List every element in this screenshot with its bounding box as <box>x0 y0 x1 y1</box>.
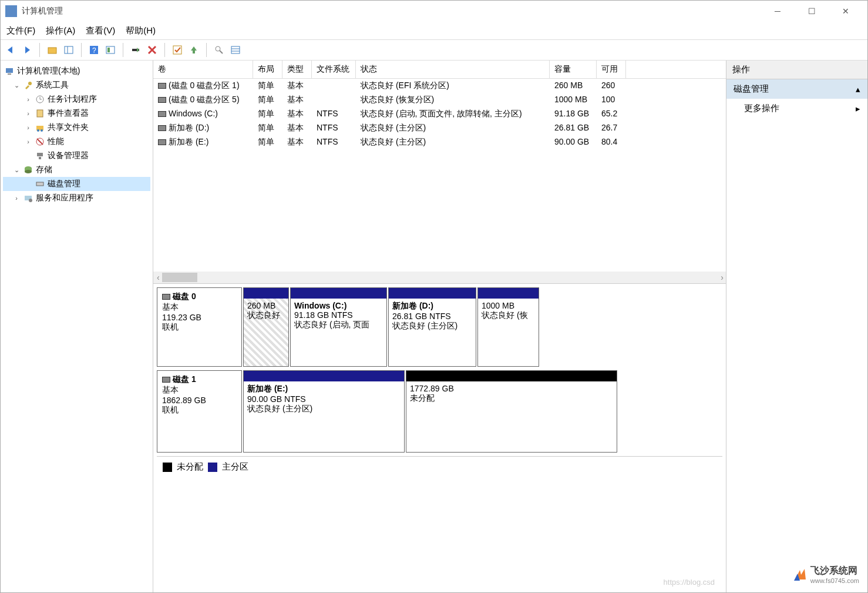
tree-root[interactable]: 计算机管理(本地) <box>3 64 150 78</box>
caret-right-icon[interactable]: › <box>12 195 21 202</box>
actions-more-label: 更多操作 <box>744 103 779 114</box>
table-row[interactable]: (磁盘 0 磁盘分区 1)简单基本状态良好 (EFI 系统分区)260 MB26… <box>153 79 726 93</box>
header-type[interactable]: 类型 <box>282 61 312 78</box>
svg-point-34 <box>29 199 32 202</box>
search-icon[interactable] <box>213 43 226 56</box>
tree-perf-label: 性能 <box>48 136 64 147</box>
actions-more[interactable]: 更多操作 ▸ <box>726 99 867 118</box>
window-controls: ─ ☐ ✕ <box>761 1 863 22</box>
tree-panel: 计算机管理(本地) ⌄ 系统工具 › 任务计划程序 › 事件查看器 › 共享文件… <box>1 61 153 592</box>
minimize-button[interactable]: ─ <box>761 1 795 22</box>
partition[interactable]: 新加卷 (E:)90.00 GB NTFS状态良好 (主分区) <box>243 370 405 453</box>
tree-task-sched[interactable]: › 任务计划程序 <box>3 92 150 106</box>
app-icon <box>5 5 17 17</box>
legend-unalloc-swatch <box>163 463 172 472</box>
tree-event-viewer-label: 事件查看器 <box>48 108 89 119</box>
header-free[interactable]: 可用 <box>597 61 626 78</box>
tree-shared[interactable]: › 共享文件夹 <box>3 120 150 135</box>
disk-graphic-panel: 磁盘 0基本119.23 GB联机260 MB状态良好Windows (C:)9… <box>153 284 726 592</box>
header-fs[interactable]: 文件系统 <box>312 61 356 78</box>
caret-down-icon[interactable]: ⌄ <box>12 82 21 89</box>
tree-diskmgmt[interactable]: 磁盘管理 <box>3 177 150 191</box>
actions-diskmgmt[interactable]: 磁盘管理 ▴ <box>726 79 867 99</box>
tree-perf[interactable]: › 性能 <box>3 135 150 149</box>
header-layout[interactable]: 布局 <box>253 61 282 78</box>
chevron-right-icon: ▸ <box>856 103 860 114</box>
delete-icon[interactable] <box>146 43 159 56</box>
device-icon <box>35 150 45 161</box>
panel-icon[interactable] <box>62 43 75 56</box>
up-icon[interactable] <box>187 43 200 56</box>
partition[interactable]: 1772.89 GB未分配 <box>406 370 617 453</box>
svg-rect-12 <box>231 46 240 53</box>
svg-point-17 <box>28 82 32 85</box>
disk-row: 磁盘 0基本119.23 GB联机260 MB状态良好Windows (C:)9… <box>157 287 722 367</box>
svg-rect-6 <box>107 48 110 52</box>
menu-action[interactable]: 操作(A) <box>46 25 75 36</box>
tree-shared-label: 共享文件夹 <box>48 122 89 133</box>
legend-primary-label: 主分区 <box>222 461 248 473</box>
tree-services[interactable]: › 服务和应用程序 <box>3 191 150 205</box>
svg-rect-28 <box>39 157 41 159</box>
caret-right-icon[interactable]: › <box>24 138 32 145</box>
watermark-logo-icon <box>793 568 807 582</box>
caret-right-icon[interactable]: › <box>24 110 32 117</box>
perf-icon <box>35 136 45 147</box>
header-capacity[interactable]: 容量 <box>550 61 597 78</box>
disk-label[interactable]: 磁盘 1基本1862.89 GB联机 <box>157 370 242 453</box>
partition[interactable]: 1000 MB状态良好 (恢 <box>477 287 539 367</box>
table-row[interactable]: 新加卷 (D:)简单基本NTFS状态良好 (主分区)26.81 GB26.7 <box>153 121 726 135</box>
caret-right-icon[interactable]: › <box>24 124 32 131</box>
svg-line-26 <box>37 139 43 145</box>
help-icon[interactable]: ? <box>88 43 100 56</box>
legend-unalloc-label: 未分配 <box>177 461 203 473</box>
partition[interactable]: 新加卷 (D:)26.81 GB NTFS状态良好 (主分区) <box>388 287 476 367</box>
props-icon[interactable] <box>104 43 117 56</box>
disk-label[interactable]: 磁盘 0基本119.23 GB联机 <box>157 287 242 367</box>
partition[interactable]: Windows (C:)91.18 GB NTFS状态良好 (启动, 页面 <box>290 287 387 367</box>
table-row[interactable]: (磁盘 0 磁盘分区 5)简单基本状态良好 (恢复分区)1000 MB100 <box>153 93 726 107</box>
tree-event-viewer[interactable]: › 事件查看器 <box>3 106 150 120</box>
menu-view[interactable]: 查看(V) <box>86 25 115 36</box>
actions-panel: 操作 磁盘管理 ▴ 更多操作 ▸ <box>726 61 867 592</box>
header-status[interactable]: 状态 <box>356 61 550 78</box>
partition[interactable]: 260 MB状态良好 <box>243 287 289 367</box>
legend: 未分配 主分区 <box>157 456 722 477</box>
horizontal-scrollbar[interactable]: ‹ › <box>153 272 726 283</box>
svg-rect-1 <box>65 46 73 53</box>
back-icon[interactable] <box>4 43 17 56</box>
table-row[interactable]: Windows (C:)简单基本NTFS状态良好 (启动, 页面文件, 故障转储… <box>153 107 726 121</box>
watermark-text: 飞沙系统网 <box>810 565 859 577</box>
menu-file[interactable]: 文件(F) <box>6 25 35 36</box>
refresh-icon[interactable] <box>129 43 142 56</box>
header-volume[interactable]: 卷 <box>153 61 253 78</box>
caret-down-icon[interactable]: ⌄ <box>12 166 21 174</box>
event-icon <box>35 108 45 119</box>
tree-devmgr[interactable]: 设备管理器 <box>3 149 150 163</box>
tree-root-label: 计算机管理(本地) <box>17 66 80 76</box>
tree-storage[interactable]: ⌄ 存储 <box>3 163 150 177</box>
disk-icon <box>35 179 45 189</box>
tree-diskmgmt-label: 磁盘管理 <box>48 179 80 189</box>
faint-url: https://blog.csd <box>664 578 715 587</box>
svg-rect-9 <box>193 50 195 53</box>
tree-task-sched-label: 任务计划程序 <box>48 94 97 105</box>
svg-point-24 <box>41 129 43 132</box>
svg-rect-32 <box>36 182 43 186</box>
actions-header: 操作 <box>726 61 867 79</box>
table-row[interactable]: 新加卷 (E:)简单基本NTFS状态良好 (主分区)90.00 GB80.4 <box>153 135 726 149</box>
forward-icon[interactable] <box>21 43 33 56</box>
svg-point-23 <box>37 129 39 132</box>
list-icon[interactable] <box>229 43 242 56</box>
check-icon[interactable] <box>171 43 184 56</box>
close-button[interactable]: ✕ <box>829 1 863 22</box>
tree-sys-tools[interactable]: ⌄ 系统工具 <box>3 78 150 92</box>
folder-icon[interactable] <box>46 43 59 56</box>
svg-point-10 <box>216 46 220 51</box>
clock-icon <box>35 94 45 105</box>
caret-right-icon[interactable]: › <box>24 96 32 103</box>
watermark: 飞沙系统网 www.fs0745.com <box>793 565 859 584</box>
svg-rect-0 <box>48 48 56 53</box>
maximize-button[interactable]: ☐ <box>795 1 829 22</box>
menu-help[interactable]: 帮助(H) <box>126 25 156 36</box>
